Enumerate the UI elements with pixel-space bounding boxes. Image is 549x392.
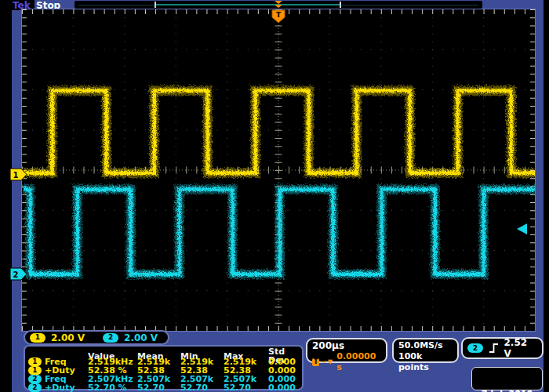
rising-edge-icon: [488, 342, 500, 354]
waveform-display: [22, 9, 535, 331]
ch1-badge: 1: [30, 333, 45, 343]
arrow-down-icon: ▼: [328, 357, 333, 368]
ch2-waveform: [22, 188, 535, 273]
measurement-max: 52.70: [224, 383, 268, 392]
measurement-table: Value Mean Min Max Std Dev 1Freq 2.519kH…: [24, 345, 304, 390]
window-bracket-left: [155, 2, 156, 8]
record-window-line: [155, 4, 340, 5]
arrow-right-icon: →: [321, 357, 326, 368]
ch2-ground-marker[interactable]: 2: [9, 267, 28, 281]
trigger-level-arrow[interactable]: [516, 223, 528, 234]
row-ch-badge: 2: [28, 375, 42, 383]
measurement-name: +Duty: [45, 383, 75, 392]
sample-rate: 50.0MS/s: [398, 340, 453, 351]
row-ch-badge: 1: [28, 358, 42, 366]
ch1-marker-label: 1: [13, 171, 19, 180]
ch2-scale: 2.00 V: [124, 332, 158, 343]
measurement-min: 52.70: [180, 383, 224, 392]
graticule: [22, 9, 535, 331]
trigger-readout[interactable]: 2 2.52 V: [461, 337, 544, 359]
oscilloscope-screen: { "header": { "logo": "Tek", "status": "…: [0, 0, 549, 392]
measurement-stddev: 0.000: [268, 383, 304, 392]
trigger-position-value: 0.00000 s: [336, 351, 381, 373]
record-view-bar[interactable]: [75, 1, 482, 9]
timebase-readout[interactable]: 200µs T→▼ 0.00000 s: [306, 338, 387, 363]
trigger-flag-label: T: [276, 11, 282, 19]
trigger-position-flag[interactable]: T: [271, 9, 285, 24]
timebase-scale: 200µs: [312, 340, 381, 351]
channel-scale-readouts[interactable]: 1 2.00 V 2 2.00 V: [24, 330, 169, 345]
ch2-marker-label: 2: [13, 270, 19, 279]
window-bracket-right: [340, 2, 341, 8]
measurement-mean: 52.70: [137, 383, 180, 392]
ch1-ground-marker[interactable]: 1: [9, 168, 28, 181]
row-ch-badge: 1: [28, 366, 42, 375]
acquisition-readout[interactable]: 50.0MS/s 100k points: [392, 338, 459, 363]
trigger-t-icon: T: [312, 358, 319, 366]
trigger-position-readout: T→▼ 0.00000 s: [312, 351, 381, 373]
trigger-source-badge: 2: [467, 343, 483, 353]
trigger-level: 2.52 V: [504, 337, 537, 359]
ch1-scale: 2.00 V: [51, 332, 85, 343]
date-label: 7 Jul 2010: [474, 389, 540, 392]
row-ch-badge: 2: [28, 383, 42, 392]
record-trigger-position-icon: [274, 1, 283, 9]
ch2-badge: 2: [103, 333, 118, 343]
record-length: 100k points: [398, 351, 453, 373]
datetime-readout: 7 Jul 2010 16:30:48: [471, 367, 543, 390]
measurement-value: 52.70 %: [88, 383, 137, 392]
measurement-row: 2+Duty 52.70 % 52.70 52.70 52.70 0.000: [28, 383, 300, 392]
